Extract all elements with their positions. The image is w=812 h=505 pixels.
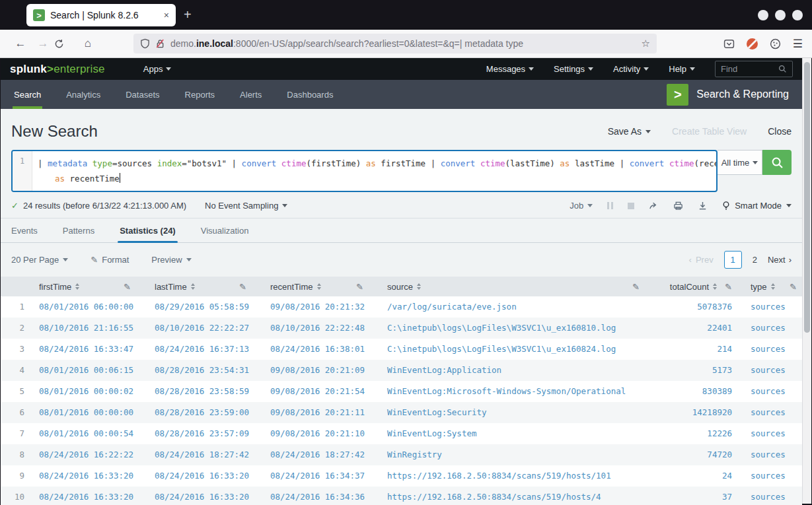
appnav-item-reports[interactable]: Reports	[185, 80, 215, 109]
scrollbar-thumb[interactable]	[804, 62, 810, 333]
appnav-item-analytics[interactable]: Analytics	[66, 80, 100, 109]
cell-type[interactable]: sources	[741, 487, 802, 505]
cell-source[interactable]: WinEventLog:Security	[379, 402, 669, 423]
cell-recentTime[interactable]: 09/08/2016 20:21:32	[262, 296, 379, 318]
cell-source[interactable]: WinEventLog:Application	[379, 360, 669, 381]
cell-recentTime[interactable]: 09/08/2016 20:21:10	[262, 423, 379, 444]
bookmark-star-icon[interactable]: ☆	[642, 38, 650, 50]
cell-type[interactable]: sources	[741, 423, 802, 444]
download-icon[interactable]	[698, 201, 708, 211]
cell-recentTime[interactable]: 08/24/2016 16:34:37	[262, 465, 379, 487]
sort-icon[interactable]	[771, 283, 775, 290]
cell-lastTime[interactable]: 08/28/2016 23:58:59	[147, 381, 262, 402]
column-header-source[interactable]: source✎	[379, 277, 669, 296]
results-tab-patterns[interactable]: Patterns	[63, 219, 94, 242]
cell-recentTime[interactable]: 08/24/2016 16:38:01	[262, 339, 379, 360]
cell-firstTime[interactable]: 08/01/2016 00:00:00	[31, 402, 147, 423]
cell-firstTime[interactable]: 08/10/2016 21:16:55	[31, 318, 147, 339]
sort-icon[interactable]	[713, 283, 717, 290]
save-as-button[interactable]: Save As	[608, 126, 651, 137]
edit-column-icon[interactable]: ✎	[632, 282, 640, 292]
home-button[interactable]: ⌂	[77, 37, 99, 50]
time-range-picker[interactable]: All time	[718, 150, 762, 175]
cell-recentTime[interactable]: 09/08/2016 20:21:11	[262, 402, 379, 423]
url-bar[interactable]: demo.ine.local:8000/en-US/app/search/sea…	[133, 34, 657, 53]
find-input[interactable]: Find	[715, 61, 793, 77]
splunk-logo[interactable]: splunk>enterprise	[10, 63, 105, 76]
cell-firstTime[interactable]: 08/01/2016 06:00:00	[31, 296, 147, 318]
pocket-save-icon[interactable]	[723, 38, 735, 50]
back-button[interactable]: ←	[9, 37, 32, 50]
sort-icon[interactable]	[191, 283, 195, 290]
page-scrollbar[interactable]	[802, 58, 811, 504]
cell-firstTime[interactable]: 08/24/2016 16:33:20	[31, 465, 147, 487]
cell-totalCount[interactable]: 830389	[669, 381, 741, 402]
cell-lastTime[interactable]: 08/28/2016 23:57:09	[147, 423, 262, 444]
cell-firstTime[interactable]: 08/01/2016 00:00:54	[31, 423, 147, 444]
adblocker-extension-icon[interactable]	[747, 38, 758, 50]
share-icon[interactable]	[649, 201, 659, 211]
column-header-type[interactable]: type✎	[741, 277, 802, 296]
apps-menu[interactable]: Apps	[143, 64, 172, 74]
cell-source[interactable]: /var/log/suricata/eve.json	[379, 296, 669, 318]
insecure-lock-icon[interactable]	[155, 38, 165, 49]
cell-lastTime[interactable]: 08/24/2016 16:37:13	[147, 339, 262, 360]
cell-recentTime[interactable]: 08/10/2016 22:22:48	[262, 318, 379, 339]
cell-lastTime[interactable]: 08/10/2016 22:22:27	[147, 318, 262, 339]
next-page-button[interactable]: Next›	[768, 255, 792, 265]
job-menu[interactable]: Job	[570, 201, 593, 211]
cell-firstTime[interactable]: 08/01/2016 00:06:15	[31, 360, 147, 381]
window-maximize-button[interactable]	[775, 10, 786, 20]
search-query-input[interactable]: 1 | metadata type=sources index="botsv1"…	[11, 150, 718, 192]
results-tab-visualization[interactable]: Visualization	[201, 219, 249, 242]
settings-menu[interactable]: Settings	[554, 64, 593, 74]
cell-type[interactable]: sources	[741, 360, 802, 381]
cell-type[interactable]: sources	[741, 296, 802, 318]
edit-column-icon[interactable]: ✎	[356, 282, 363, 292]
reload-button[interactable]	[54, 39, 77, 49]
cell-lastTime[interactable]: 08/24/2016 16:33:20	[147, 487, 262, 505]
cell-lastTime[interactable]: 08/24/2016 18:27:42	[147, 444, 262, 465]
query-text[interactable]: | metadata type=sources index="botsv1" |…	[32, 151, 716, 191]
cell-firstTime[interactable]: 08/24/2016 16:33:47	[31, 339, 147, 360]
cell-lastTime[interactable]: 08/24/2016 16:33:20	[147, 465, 262, 487]
cell-firstTime[interactable]: 08/01/2016 00:00:02	[31, 381, 147, 402]
cell-recentTime[interactable]: 09/08/2016 20:21:54	[262, 381, 379, 402]
column-header-totalCount[interactable]: totalCount✎	[669, 277, 741, 296]
cell-totalCount[interactable]: 5078376	[669, 296, 741, 318]
cell-type[interactable]: sources	[741, 339, 802, 360]
cell-lastTime[interactable]: 08/28/2016 23:59:00	[147, 402, 262, 423]
appnav-item-datasets[interactable]: Datasets	[126, 80, 159, 109]
appnav-item-alerts[interactable]: Alerts	[240, 80, 262, 109]
forward-button[interactable]: →	[32, 37, 54, 50]
cell-totalCount[interactable]: 14218920	[669, 402, 741, 423]
cell-recentTime[interactable]: 09/08/2016 20:21:09	[262, 360, 379, 381]
cell-type[interactable]: sources	[741, 381, 802, 402]
cell-source[interactable]: WinEventLog:Microsoft-Windows-Sysmon/Ope…	[379, 381, 669, 402]
search-button[interactable]	[762, 150, 792, 175]
column-header-recentTime[interactable]: recentTime✎	[262, 277, 379, 296]
tab-close-icon[interactable]: ×	[164, 10, 169, 20]
window-minimize-button[interactable]	[758, 10, 768, 20]
preview-menu[interactable]: Preview	[151, 255, 191, 265]
cell-source[interactable]: C:\inetpub\logs\LogFiles\W3SVC1\u_ex1608…	[379, 339, 669, 360]
per-page-menu[interactable]: 20 Per Page	[11, 255, 68, 265]
page-button-1[interactable]: 1	[724, 251, 742, 269]
cell-totalCount[interactable]: 74720	[669, 444, 741, 465]
cell-type[interactable]: sources	[741, 465, 802, 487]
browser-tab[interactable]: > Search | Splunk 8.2.6 ×	[26, 4, 176, 26]
results-tab-events[interactable]: Events	[11, 219, 38, 242]
sort-icon[interactable]	[75, 283, 79, 290]
search-mode-menu[interactable]: Smart Mode	[722, 201, 792, 211]
window-close-button[interactable]	[792, 10, 803, 20]
menu-icon[interactable]: ☰	[793, 37, 803, 51]
cell-totalCount[interactable]: 12226	[669, 423, 741, 444]
cell-totalCount[interactable]: 214	[669, 339, 741, 360]
cell-type[interactable]: sources	[741, 444, 802, 465]
shield-icon[interactable]	[140, 38, 150, 49]
activity-menu[interactable]: Activity	[613, 64, 649, 74]
print-icon[interactable]	[673, 201, 683, 211]
format-button[interactable]: ✎Format	[91, 255, 129, 265]
cell-source[interactable]: WinEventLog:System	[379, 423, 669, 444]
cell-totalCount[interactable]: 24	[669, 465, 741, 487]
